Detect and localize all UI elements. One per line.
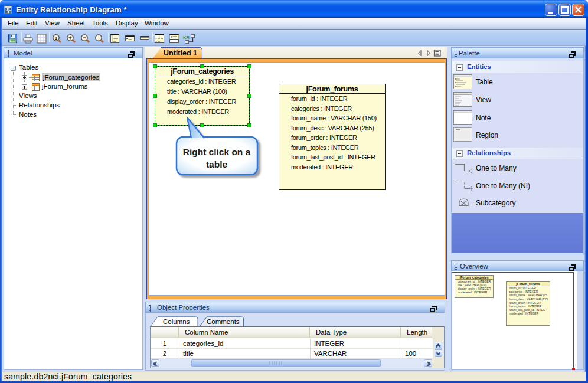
svg-text:Comments: Comments [207, 318, 240, 325]
svg-text:table: table [206, 159, 228, 169]
svg-text:Columns: Columns [163, 318, 190, 325]
svg-text:Right click on a: Right click on a [183, 147, 251, 157]
svg-text:1: 1 [55, 35, 58, 41]
svg-text:KR: KR [183, 35, 190, 40]
